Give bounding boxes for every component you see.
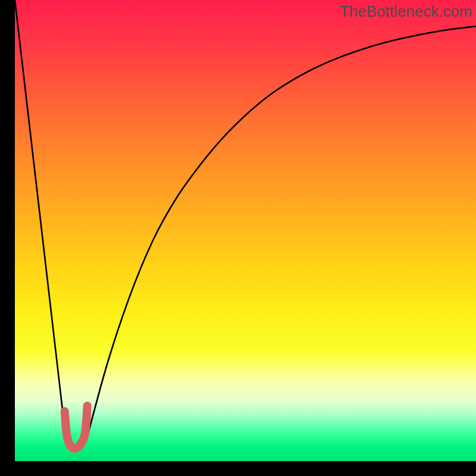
chart-hook-marker xyxy=(65,406,87,449)
chart-frame: TheBottleneck.com xyxy=(0,0,476,476)
chart-svg xyxy=(15,0,476,461)
chart-curve xyxy=(15,0,476,440)
chart-plot-area: TheBottleneck.com xyxy=(15,0,476,461)
